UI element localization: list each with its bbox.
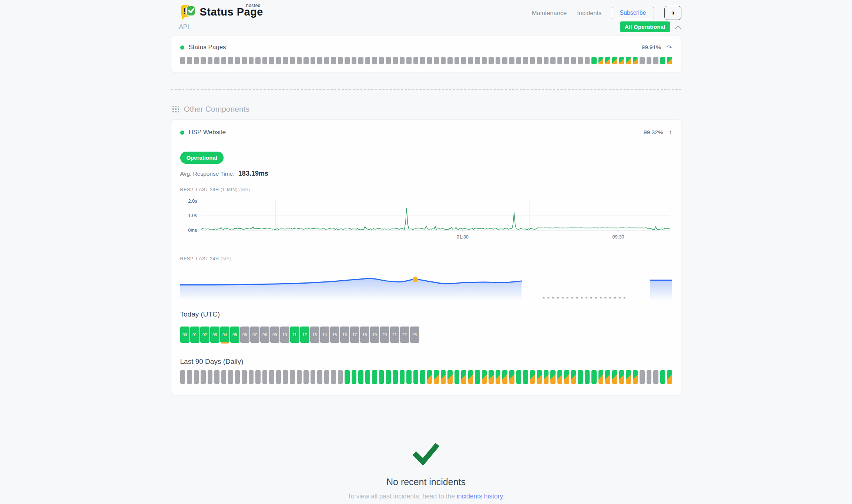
uptime-bar[interactable] (242, 370, 247, 384)
uptime-bar[interactable] (454, 57, 460, 64)
hour-block[interactable]: 17 (350, 327, 359, 343)
hour-block[interactable]: 06 (240, 327, 249, 343)
uptime-bar[interactable] (441, 370, 446, 384)
uptime-bar[interactable] (619, 57, 624, 64)
uptime-bar[interactable] (427, 57, 432, 64)
uptime-bar[interactable] (530, 57, 535, 64)
uptime-bar[interactable] (400, 370, 405, 384)
uptime-bar[interactable] (413, 370, 419, 384)
uptime-bar[interactable] (311, 370, 316, 384)
uptime-bar[interactable] (516, 370, 521, 384)
uptime-bar[interactable] (208, 370, 213, 384)
uptime-bar[interactable] (585, 370, 590, 384)
hour-block[interactable]: 09 (270, 327, 279, 343)
uptime-bar[interactable] (358, 57, 363, 64)
uptime-bar[interactable] (379, 370, 384, 384)
uptime-bar[interactable] (413, 57, 419, 64)
uptime-bar[interactable] (352, 370, 357, 384)
uptime-bar[interactable] (262, 370, 268, 384)
uptime-bar[interactable] (187, 57, 192, 64)
uptime-bar[interactable] (578, 370, 583, 384)
uptime-bar[interactable] (249, 370, 254, 384)
hour-block[interactable]: 11 (290, 327, 299, 343)
uptime-bar[interactable] (228, 370, 233, 384)
uptime-bar[interactable] (269, 370, 274, 384)
uptime-bar[interactable] (667, 57, 672, 64)
hour-block[interactable]: 12 (300, 327, 309, 343)
uptime-bar[interactable] (235, 370, 240, 384)
uptime-bar[interactable] (311, 57, 316, 64)
uptime-bar[interactable] (660, 57, 665, 64)
brand-logo[interactable]: ! Status Page hosted (179, 4, 261, 22)
uptime-bar[interactable] (180, 370, 185, 384)
uptime-bar[interactable] (509, 370, 514, 384)
uptime-bar[interactable] (194, 370, 199, 384)
uptime-bar[interactable] (427, 370, 432, 384)
hour-block[interactable]: 22 (400, 327, 409, 343)
uptime-bar[interactable] (303, 370, 309, 384)
uptime-bar[interactable] (640, 57, 645, 64)
uptime-bar[interactable] (550, 57, 556, 64)
hour-block[interactable]: 00 (180, 327, 189, 343)
uptime-bar[interactable] (269, 57, 274, 64)
uptime-bar[interactable] (358, 370, 363, 384)
uptime-bar[interactable] (509, 57, 514, 64)
trend-up-icon[interactable]: ↑ (669, 129, 672, 136)
uptime-bar[interactable] (454, 370, 460, 384)
uptime-bar[interactable] (626, 370, 631, 384)
uptime-bar[interactable] (352, 57, 357, 64)
uptime-bar[interactable] (468, 57, 473, 64)
hour-block[interactable]: 23 (410, 327, 419, 343)
uptime-bar[interactable] (386, 370, 391, 384)
hour-block[interactable]: 05 (230, 327, 239, 343)
uptime-bar[interactable] (502, 370, 507, 384)
uptime-bar[interactable] (475, 57, 480, 64)
uptime-bar[interactable] (571, 370, 576, 384)
uptime-bar[interactable] (557, 57, 563, 64)
uptime-bar[interactable] (605, 370, 610, 384)
hour-block[interactable]: 14 (320, 327, 329, 343)
uptime-bar[interactable] (372, 57, 377, 64)
uptime-bar[interactable] (208, 57, 213, 64)
uptime-bar[interactable] (571, 57, 576, 64)
uptime-bar[interactable] (255, 370, 261, 384)
uptime-bar[interactable] (262, 57, 268, 64)
uptime-bar[interactable] (537, 57, 542, 64)
uptime-bar[interactable] (619, 370, 624, 384)
uptime-bar[interactable] (290, 57, 295, 64)
hour-block[interactable]: 03 (210, 327, 219, 343)
subscribe-button[interactable]: Subscribe (612, 7, 654, 19)
uptime-bar[interactable] (564, 370, 569, 384)
collapse-chevron-icon[interactable] (675, 25, 681, 29)
uptime-bar[interactable] (242, 57, 247, 64)
uptime-bar[interactable] (475, 370, 480, 384)
uptime-bar[interactable] (447, 370, 453, 384)
hour-block[interactable]: 02 (200, 327, 209, 343)
uptime-bar[interactable] (420, 370, 425, 384)
uptime-bar[interactable] (400, 57, 405, 64)
uptime-bar[interactable] (612, 57, 617, 64)
uptime-bar[interactable] (544, 57, 549, 64)
uptime-bar[interactable] (221, 370, 227, 384)
uptime-bar[interactable] (180, 57, 185, 64)
theme-toggle-button[interactable]: ◑ (664, 6, 681, 20)
uptime-bar[interactable] (605, 57, 610, 64)
uptime-bar[interactable] (496, 57, 501, 64)
uptime-bar[interactable] (235, 57, 240, 64)
uptime-bar[interactable] (496, 370, 501, 384)
hour-block[interactable]: 10 (280, 327, 289, 343)
uptime-bar[interactable] (331, 370, 336, 384)
uptime-bar[interactable] (303, 57, 309, 64)
hour-block[interactable]: 08 (260, 327, 269, 343)
hour-block[interactable]: 18 (360, 327, 369, 343)
uptime-bar[interactable] (633, 57, 638, 64)
uptime-bar[interactable] (523, 57, 528, 64)
uptime-bar[interactable] (317, 370, 322, 384)
uptime-bar[interactable] (647, 57, 652, 64)
uptime-bar[interactable] (324, 370, 329, 384)
hour-block[interactable]: 07 (250, 327, 259, 343)
uptime-bar[interactable] (297, 57, 302, 64)
uptime-bar[interactable] (550, 370, 556, 384)
uptime-bar[interactable] (290, 370, 295, 384)
uptime-bar[interactable] (420, 57, 425, 64)
